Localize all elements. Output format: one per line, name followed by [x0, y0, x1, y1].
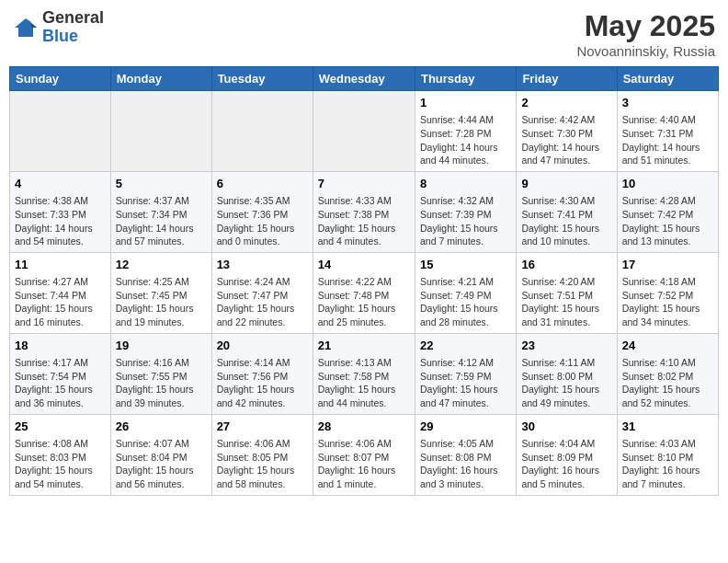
day-number: 31 — [622, 419, 713, 435]
calendar-week-row: 4Sunrise: 4:38 AMSunset: 7:33 PMDaylight… — [10, 171, 719, 252]
day-info: Sunrise: 4:04 AMSunset: 8:09 PMDaylight:… — [521, 437, 611, 491]
day-number: 11 — [15, 257, 106, 273]
day-info: Sunrise: 4:05 AMSunset: 8:08 PMDaylight:… — [420, 437, 511, 491]
day-number: 15 — [420, 257, 511, 273]
logo-text: General Blue — [42, 9, 104, 46]
calendar-cell: 26Sunrise: 4:07 AMSunset: 8:04 PMDayligh… — [110, 414, 211, 495]
logo: General Blue — [13, 9, 104, 46]
calendar-cell: 16Sunrise: 4:20 AMSunset: 7:51 PMDayligh… — [517, 252, 617, 333]
logo-general-text: General — [42, 9, 104, 28]
day-number: 23 — [521, 338, 611, 354]
day-info: Sunrise: 4:27 AMSunset: 7:44 PMDaylight:… — [15, 275, 106, 329]
day-info: Sunrise: 4:25 AMSunset: 7:45 PMDaylight:… — [116, 275, 207, 329]
day-number: 12 — [116, 257, 207, 273]
calendar-cell: 9Sunrise: 4:30 AMSunset: 7:41 PMDaylight… — [517, 171, 617, 252]
day-info: Sunrise: 4:28 AMSunset: 7:42 PMDaylight:… — [622, 194, 713, 248]
calendar-week-row: 1Sunrise: 4:44 AMSunset: 7:28 PMDaylight… — [10, 91, 719, 172]
day-info: Sunrise: 4:20 AMSunset: 7:51 PMDaylight:… — [521, 275, 611, 329]
day-number: 3 — [622, 95, 713, 111]
calendar-cell: 6Sunrise: 4:35 AMSunset: 7:36 PMDaylight… — [211, 171, 313, 252]
day-number: 2 — [521, 95, 611, 111]
calendar-cell: 19Sunrise: 4:16 AMSunset: 7:55 PMDayligh… — [110, 333, 211, 414]
day-info: Sunrise: 4:06 AMSunset: 8:07 PMDaylight:… — [318, 437, 410, 491]
day-number: 16 — [521, 257, 611, 273]
day-number: 17 — [622, 257, 713, 273]
day-info: Sunrise: 4:42 AMSunset: 7:30 PMDaylight:… — [521, 113, 611, 167]
day-info: Sunrise: 4:32 AMSunset: 7:39 PMDaylight:… — [420, 194, 511, 248]
calendar-cell: 5Sunrise: 4:37 AMSunset: 7:34 PMDaylight… — [110, 171, 211, 252]
day-info: Sunrise: 4:11 AMSunset: 8:00 PMDaylight:… — [521, 356, 611, 410]
calendar-cell — [313, 91, 415, 172]
day-info: Sunrise: 4:37 AMSunset: 7:34 PMDaylight:… — [116, 194, 207, 248]
day-number: 20 — [217, 338, 308, 354]
calendar-cell: 10Sunrise: 4:28 AMSunset: 7:42 PMDayligh… — [617, 171, 718, 252]
calendar-cell: 15Sunrise: 4:21 AMSunset: 7:49 PMDayligh… — [415, 252, 516, 333]
weekday-header-friday: Friday — [517, 67, 617, 91]
calendar-cell: 17Sunrise: 4:18 AMSunset: 7:52 PMDayligh… — [617, 252, 718, 333]
day-info: Sunrise: 4:44 AMSunset: 7:28 PMDaylight:… — [420, 113, 511, 167]
day-info: Sunrise: 4:21 AMSunset: 7:49 PMDaylight:… — [420, 275, 511, 329]
day-number: 18 — [15, 338, 106, 354]
weekday-header-monday: Monday — [110, 67, 211, 91]
calendar-cell: 12Sunrise: 4:25 AMSunset: 7:45 PMDayligh… — [110, 252, 211, 333]
day-number: 6 — [217, 176, 308, 192]
logo-icon — [13, 15, 39, 40]
calendar-cell: 30Sunrise: 4:04 AMSunset: 8:09 PMDayligh… — [517, 414, 617, 495]
day-info: Sunrise: 4:03 AMSunset: 8:10 PMDaylight:… — [622, 437, 713, 491]
page-header: General Blue May 2025 Novoanninskiy, Rus… — [9, 9, 719, 59]
day-number: 26 — [116, 419, 207, 435]
calendar-cell — [211, 91, 313, 172]
calendar-cell: 18Sunrise: 4:17 AMSunset: 7:54 PMDayligh… — [10, 333, 111, 414]
day-info: Sunrise: 4:12 AMSunset: 7:59 PMDaylight:… — [420, 356, 511, 410]
day-info: Sunrise: 4:40 AMSunset: 7:31 PMDaylight:… — [622, 113, 713, 167]
day-number: 14 — [318, 257, 410, 273]
calendar-cell: 24Sunrise: 4:10 AMSunset: 8:02 PMDayligh… — [617, 333, 718, 414]
calendar-cell: 22Sunrise: 4:12 AMSunset: 7:59 PMDayligh… — [415, 333, 516, 414]
calendar-cell: 27Sunrise: 4:06 AMSunset: 8:05 PMDayligh… — [211, 414, 313, 495]
day-number: 28 — [318, 419, 410, 435]
calendar-cell: 11Sunrise: 4:27 AMSunset: 7:44 PMDayligh… — [10, 252, 111, 333]
day-number: 21 — [318, 338, 410, 354]
day-number: 4 — [15, 176, 106, 192]
day-number: 27 — [217, 419, 308, 435]
day-info: Sunrise: 4:17 AMSunset: 7:54 PMDaylight:… — [15, 356, 106, 410]
calendar-week-row: 18Sunrise: 4:17 AMSunset: 7:54 PMDayligh… — [10, 333, 719, 414]
calendar-cell: 25Sunrise: 4:08 AMSunset: 8:03 PMDayligh… — [10, 414, 111, 495]
weekday-header-tuesday: Tuesday — [211, 67, 313, 91]
calendar-cell: 31Sunrise: 4:03 AMSunset: 8:10 PMDayligh… — [617, 414, 718, 495]
calendar-cell — [10, 91, 111, 172]
calendar-cell: 23Sunrise: 4:11 AMSunset: 8:00 PMDayligh… — [517, 333, 617, 414]
calendar-cell: 20Sunrise: 4:14 AMSunset: 7:56 PMDayligh… — [211, 333, 313, 414]
calendar-cell: 1Sunrise: 4:44 AMSunset: 7:28 PMDaylight… — [415, 91, 516, 172]
day-number: 1 — [420, 95, 511, 111]
day-info: Sunrise: 4:22 AMSunset: 7:48 PMDaylight:… — [318, 275, 410, 329]
calendar-cell: 29Sunrise: 4:05 AMSunset: 8:08 PMDayligh… — [415, 414, 516, 495]
calendar-week-row: 11Sunrise: 4:27 AMSunset: 7:44 PMDayligh… — [10, 252, 719, 333]
day-number: 22 — [420, 338, 511, 354]
calendar-cell — [110, 91, 211, 172]
logo-blue-text: Blue — [42, 28, 104, 46]
calendar-cell: 14Sunrise: 4:22 AMSunset: 7:48 PMDayligh… — [313, 252, 415, 333]
calendar-week-row: 25Sunrise: 4:08 AMSunset: 8:03 PMDayligh… — [10, 414, 719, 495]
day-number: 29 — [420, 419, 511, 435]
day-info: Sunrise: 4:38 AMSunset: 7:33 PMDaylight:… — [15, 194, 106, 248]
day-info: Sunrise: 4:06 AMSunset: 8:05 PMDaylight:… — [217, 437, 308, 491]
day-number: 10 — [622, 176, 713, 192]
day-info: Sunrise: 4:08 AMSunset: 8:03 PMDaylight:… — [15, 437, 106, 491]
day-number: 30 — [521, 419, 611, 435]
day-info: Sunrise: 4:13 AMSunset: 7:58 PMDaylight:… — [318, 356, 410, 410]
day-info: Sunrise: 4:33 AMSunset: 7:38 PMDaylight:… — [318, 194, 410, 248]
day-number: 19 — [116, 338, 207, 354]
day-info: Sunrise: 4:30 AMSunset: 7:41 PMDaylight:… — [521, 194, 611, 248]
day-info: Sunrise: 4:24 AMSunset: 7:47 PMDaylight:… — [217, 275, 308, 329]
day-number: 24 — [622, 338, 713, 354]
calendar-cell: 7Sunrise: 4:33 AMSunset: 7:38 PMDaylight… — [313, 171, 415, 252]
day-number: 7 — [318, 176, 410, 192]
day-number: 13 — [217, 257, 308, 273]
calendar-cell: 4Sunrise: 4:38 AMSunset: 7:33 PMDaylight… — [10, 171, 111, 252]
day-number: 9 — [521, 176, 611, 192]
day-info: Sunrise: 4:16 AMSunset: 7:55 PMDaylight:… — [116, 356, 207, 410]
day-info: Sunrise: 4:18 AMSunset: 7:52 PMDaylight:… — [622, 275, 713, 329]
title-area: May 2025 Novoanninskiy, Russia — [576, 9, 715, 59]
day-number: 8 — [420, 176, 511, 192]
